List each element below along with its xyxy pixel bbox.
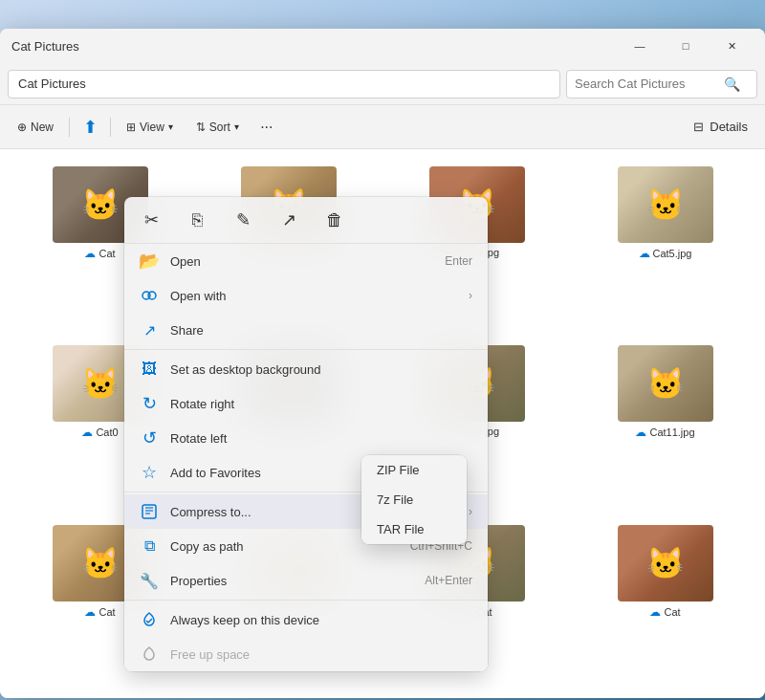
file-thumbnail-extra4: 🐱 <box>618 525 713 602</box>
open-icon: 📂 <box>140 252 159 271</box>
view-icon: ⊞ <box>126 120 136 134</box>
rotate-left-label: Rotate left <box>170 431 472 446</box>
cloud-icon-e4: ☁ <box>649 605 661 619</box>
rename-quick-icon[interactable]: ✎ <box>228 205 258 235</box>
file-label-extra1: ☁ Cat <box>84 605 115 619</box>
keep-device-label: Always keep on this device <box>170 613 472 627</box>
separator-2 <box>110 118 111 137</box>
free-space-label: Free up space <box>170 647 472 662</box>
menu-item-properties[interactable]: 🔧 Properties Alt+Enter <box>124 563 488 598</box>
file-item-cat5[interactable]: 🐱 ☁ Cat5.jpg <box>577 161 754 328</box>
up-icon-btn[interactable]: ⬆ <box>76 113 104 142</box>
set-desktop-icon: 🖼 <box>140 360 159 379</box>
sort-icon: ⇅ <box>196 120 206 134</box>
compress-7z-label: 7z File <box>377 492 451 507</box>
file-item-extra4[interactable]: 🐱 ☁ Cat <box>577 519 754 687</box>
menu-divider-3 <box>124 600 488 601</box>
address-bar[interactable]: Cat Pictures <box>8 70 560 98</box>
window-controls: — □ ✕ <box>618 31 754 61</box>
open-label: Open <box>170 254 433 269</box>
title-bar: Cat Pictures — □ ✕ <box>0 29 765 63</box>
delete-quick-icon[interactable]: 🗑 <box>319 205 350 235</box>
details-button[interactable]: ⊟ Details <box>684 116 757 138</box>
compress-7z[interactable]: 7z File <box>361 485 467 514</box>
file-thumbnail-cat11: 🐱 <box>618 345 713 422</box>
compress-tar-label: TAR File <box>377 522 451 536</box>
more-button[interactable]: ··· <box>252 113 281 142</box>
rotate-right-label: Rotate right <box>170 397 472 411</box>
rotate-right-icon: ↻ <box>140 394 159 413</box>
open-with-label: Open with <box>170 289 457 303</box>
menu-item-keep-device[interactable]: Always keep on this device <box>124 602 488 637</box>
compress-submenu: ZIP File 7z File TAR File <box>361 455 467 544</box>
file-label-cat0: ☁ Cat0 <box>81 426 118 439</box>
details-icon: ⊟ <box>693 120 704 134</box>
menu-item-open[interactable]: 📂 Open Enter <box>124 244 488 278</box>
share-icon: ↗ <box>140 320 159 339</box>
keep-device-icon <box>140 610 159 629</box>
copy-path-icon: ⧉ <box>140 536 159 556</box>
cut-quick-icon[interactable]: ✂ <box>136 205 166 235</box>
separator-1 <box>69 118 70 137</box>
menu-item-rotate-left[interactable]: ↺ Rotate left <box>124 421 488 455</box>
cloud-icon-0: ☁ <box>81 426 93 439</box>
properties-shortcut: Alt+Enter <box>425 574 472 587</box>
file-explorer-window: Cat Pictures — □ ✕ Cat Pictures 🔍 ⊕ New … <box>0 29 765 698</box>
new-icon: ⊕ <box>17 120 27 134</box>
menu-item-free-space: Free up space <box>124 637 488 671</box>
menu-item-set-desktop[interactable]: 🖼 Set as desktop background <box>124 352 488 386</box>
file-label-cat5: ☁ Cat5.jpg <box>639 247 692 260</box>
file-label-cat1: ☁ Cat <box>84 247 115 260</box>
compress-zip-label: ZIP File <box>377 463 451 477</box>
compress-zip[interactable]: ZIP File <box>361 455 467 485</box>
menu-item-share[interactable]: ↗ Share <box>124 313 488 347</box>
svg-rect-2 <box>142 505 156 518</box>
share-quick-icon[interactable]: ↗ <box>273 205 304 235</box>
copy-quick-icon[interactable]: ⎘ <box>182 205 212 235</box>
sort-button[interactable]: ⇅ Sort ▾ <box>186 111 249 143</box>
context-menu: ✂ ⎘ ✎ ↗ 🗑 📂 Open Enter <box>124 197 488 671</box>
more-icon: ··· <box>260 119 273 136</box>
command-bar: ⊕ New ⬆ ⊞ View ▾ ⇅ Sort ▾ ··· ⊟ Details <box>0 105 765 149</box>
svg-point-1 <box>148 292 156 299</box>
main-content: 🐱 ☁ Cat 🐱 ☁ Cat2 🐱 <box>0 149 765 698</box>
cloud-icon-11: ☁ <box>635 426 646 439</box>
menu-item-open-with[interactable]: Open with › <box>124 278 488 313</box>
new-button[interactable]: ⊕ New <box>8 111 63 143</box>
title-bar-left: Cat Pictures <box>11 39 79 54</box>
context-menu-quick-actions: ✂ ⎘ ✎ ↗ 🗑 <box>124 197 488 244</box>
address-path: Cat Pictures <box>18 77 86 91</box>
view-button[interactable]: ⊞ View ▾ <box>117 111 183 143</box>
file-label-cat11: ☁ Cat11.jpg <box>635 426 694 439</box>
compress-tar[interactable]: TAR File <box>361 514 467 544</box>
properties-icon: 🔧 <box>140 571 159 590</box>
maximize-button[interactable]: □ <box>664 31 708 61</box>
open-with-icon <box>140 286 159 305</box>
close-button[interactable]: ✕ <box>710 31 754 61</box>
free-space-icon <box>140 645 159 664</box>
menu-divider-1 <box>124 349 488 350</box>
cloud-icon-5: ☁ <box>639 247 650 260</box>
menu-item-rotate-right[interactable]: ↻ Rotate right <box>124 386 488 421</box>
cloud-icon-1: ☁ <box>84 247 96 260</box>
set-desktop-label: Set as desktop background <box>170 362 472 377</box>
search-input[interactable] <box>575 77 718 91</box>
sort-chevron-icon: ▾ <box>234 121 239 132</box>
open-with-arrow-icon: › <box>469 289 472 302</box>
open-shortcut: Enter <box>445 254 472 268</box>
search-box[interactable]: 🔍 <box>566 70 757 98</box>
properties-label: Properties <box>170 574 413 588</box>
search-icon: 🔍 <box>724 77 740 92</box>
file-label-extra4: ☁ Cat <box>649 605 680 619</box>
address-toolbar: Cat Pictures 🔍 <box>0 63 765 105</box>
minimize-button[interactable]: — <box>618 31 662 61</box>
compress-arrow-icon: › <box>469 505 472 518</box>
window-title: Cat Pictures <box>11 39 79 54</box>
rotate-left-icon: ↺ <box>140 428 159 448</box>
share-label: Share <box>170 323 472 338</box>
file-item-cat11[interactable]: 🐱 ☁ Cat11.jpg <box>577 339 754 507</box>
compress-icon <box>140 502 159 521</box>
cloud-icon-e1: ☁ <box>84 605 96 619</box>
file-thumbnail-cat5: 🐱 <box>618 166 713 243</box>
favorites-icon: ☆ <box>140 463 159 482</box>
